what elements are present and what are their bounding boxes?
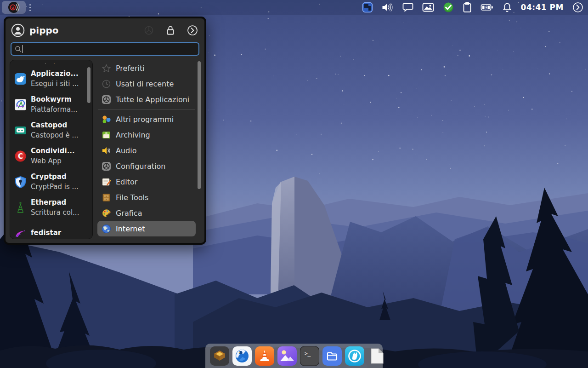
app-desc: Scrittura col... — [31, 208, 79, 217]
app-menu-button[interactable] — [2, 1, 26, 14]
application-menu: pippo · · Applicazio...Esegui i sit — [4, 17, 206, 245]
category-tutte-le-applicazioni[interactable]: Tutte le Applicazioni — [97, 92, 196, 107]
app-desc: Castopod è ... — [31, 131, 79, 140]
libreoffice-document-icon[interactable] — [368, 346, 387, 366]
all-apps-icon — [102, 95, 111, 104]
file-drawer-icon — [102, 193, 111, 202]
librewolf-icon[interactable] — [345, 346, 364, 366]
app-name: Castopod — [31, 121, 79, 131]
menu-body: · · Applicazio...Esegui i siti ... Bookw… — [6, 59, 204, 239]
search-box[interactable] — [11, 42, 199, 56]
battery-charging-icon[interactable] — [481, 3, 493, 12]
screenshot-icon[interactable] — [422, 2, 434, 12]
star-icon — [102, 63, 111, 73]
category-preferiti[interactable]: Preferiti — [97, 60, 196, 76]
app-name: Condividi... — [31, 146, 75, 156]
category-separator — [98, 109, 195, 109]
bookwyrm-icon — [14, 98, 27, 111]
app-item-condividi[interactable]: C Condividi...Web App — [10, 143, 92, 169]
category-archiving[interactable]: Archiving — [97, 127, 196, 143]
panel-grip-icon[interactable] — [29, 4, 31, 11]
category-label: Usati di recente — [116, 80, 174, 88]
user-avatar-icon[interactable] — [11, 23, 25, 37]
app-item-etherpad[interactable]: EtherpadScrittura col... — [10, 195, 92, 220]
category-label: Archiving — [116, 131, 150, 139]
app-name: Cryptpad — [31, 172, 79, 182]
updates-ok-icon[interactable] — [443, 2, 454, 13]
search-icon — [15, 46, 22, 53]
category-label: Editor — [116, 178, 137, 186]
cryptpad-shield-icon — [14, 176, 27, 188]
category-configuration[interactable]: Configuration — [97, 158, 196, 174]
app-desc: CryptPad is ... — [31, 182, 79, 191]
clipboard-icon[interactable] — [463, 2, 472, 13]
app-item-cryptpad[interactable]: CryptpadCryptPad is ... — [10, 169, 92, 195]
notifications-icon[interactable] — [502, 2, 512, 13]
castopod-cassette-icon — [14, 124, 27, 137]
category-file-tools[interactable]: File Tools — [97, 190, 196, 205]
username: pippo — [29, 25, 59, 36]
svg-text:C: C — [18, 152, 23, 161]
app-name: fedistar — [31, 228, 61, 238]
category-editor[interactable]: Editor — [97, 174, 196, 190]
app-name: Bookwyrm — [31, 95, 78, 105]
package-box-icon[interactable] — [210, 346, 229, 366]
app-desc: Piattaforma... — [31, 105, 78, 114]
app-desc: Web App — [31, 156, 75, 166]
panel-expander-icon[interactable] — [572, 2, 583, 13]
category-altri-programmi[interactable]: Altri programmi — [97, 111, 196, 127]
app-list-scrollbar[interactable] — [87, 67, 90, 103]
svg-text:>_: >_ — [305, 351, 311, 356]
fedistar-bird-icon — [14, 227, 27, 240]
webapps-cloud-icon — [14, 73, 27, 85]
app-item-bookwyrm[interactable]: BookwyrmPiattaforma... — [10, 92, 92, 117]
app-item-castopod[interactable]: CastopodCastopod è ... — [10, 117, 92, 143]
category-internet[interactable]: Internet — [97, 221, 196, 236]
archiving-box-icon — [102, 130, 111, 140]
configuration-wheel-icon — [102, 161, 111, 171]
category-label: File Tools — [116, 193, 148, 202]
category-label: Internet — [116, 224, 145, 233]
logout-icon[interactable] — [187, 25, 198, 36]
photos-icon[interactable] — [277, 346, 297, 366]
category-grafica[interactable]: Grafica — [97, 205, 196, 221]
chat-icon[interactable] — [402, 2, 413, 12]
dock: >_ — [205, 344, 383, 368]
distro-logo-icon — [8, 1, 20, 13]
share-circle-icon: C — [14, 150, 27, 162]
app-name: Etherpad — [31, 198, 79, 208]
category-list-scrollbar[interactable] — [198, 61, 201, 189]
internet-globe-icon — [102, 224, 111, 234]
app-item-webapps[interactable]: Applicazio...Esegui i siti ... — [10, 66, 92, 92]
menu-header: pippo — [6, 18, 204, 40]
app-item-fedistar[interactable]: fedistar — [10, 220, 92, 246]
file-manager-icon[interactable] — [322, 346, 342, 366]
recent-clock-icon — [102, 79, 111, 89]
category-audio[interactable]: Audio — [97, 143, 196, 158]
category-usati-di-recente[interactable]: Usati di recente — [97, 76, 196, 92]
category-label: Audio — [116, 146, 136, 155]
category-label: Preferiti — [116, 64, 145, 73]
etherpad-antenna-icon — [14, 201, 27, 214]
application-list: · · Applicazio...Esegui i siti ... Bookw… — [10, 60, 93, 239]
lock-screen-icon[interactable] — [166, 25, 175, 36]
category-label: Altri programmi — [116, 115, 174, 124]
category-label: Configuration — [116, 162, 166, 171]
clock[interactable]: 04:41 PM — [521, 3, 564, 12]
workspace-switcher-icon[interactable] — [362, 2, 373, 13]
search-input[interactable] — [23, 45, 195, 54]
other-programs-icon — [102, 115, 111, 124]
thunderbird-icon[interactable] — [232, 346, 252, 366]
audio-speaker-icon — [102, 146, 111, 155]
graphics-palette-icon — [102, 208, 111, 218]
category-list: Preferiti Usati di recente Tutte le Appl… — [93, 60, 200, 239]
app-desc: Esegui i siti ... — [31, 79, 79, 88]
preferences-icon[interactable] — [144, 25, 154, 35]
scroll-overflow-hint: · · — [10, 62, 92, 66]
category-label: Grafica — [116, 209, 142, 218]
volume-icon[interactable] — [382, 2, 394, 12]
terminal-icon[interactable]: >_ — [300, 346, 319, 366]
top-panel: 04:41 PM — [0, 0, 588, 15]
app-name: Applicazio... — [31, 69, 79, 79]
vlc-icon[interactable] — [255, 346, 274, 366]
